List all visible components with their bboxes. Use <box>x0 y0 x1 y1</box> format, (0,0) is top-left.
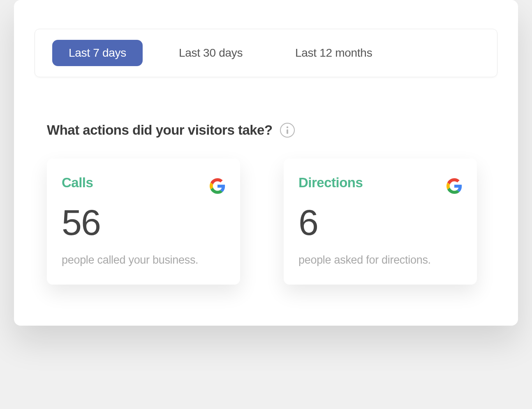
directions-card-title: Directions <box>298 175 363 191</box>
section-heading-row: What actions did your visitors take? <box>47 122 497 138</box>
calls-card-header: Calls <box>62 175 225 194</box>
tab-last-7-days[interactable]: Last 7 days <box>52 40 143 66</box>
directions-card-description: people asked for directions. <box>298 254 462 267</box>
dashboard-panel: Last 7 days Last 30 days Last 12 months … <box>14 0 518 326</box>
directions-card-value: 6 <box>298 204 462 241</box>
calls-card-title: Calls <box>62 175 93 191</box>
info-icon[interactable] <box>280 123 295 138</box>
svg-rect-1 <box>287 129 288 134</box>
time-range-tabs: Last 7 days Last 30 days Last 12 months <box>35 29 497 77</box>
google-icon <box>210 178 225 194</box>
svg-point-0 <box>286 126 288 128</box>
stat-cards-row: Calls 56 people called your business. Di… <box>47 159 497 285</box>
calls-card: Calls 56 people called your business. <box>47 159 240 285</box>
directions-card-header: Directions <box>298 175 462 194</box>
calls-card-description: people called your business. <box>62 254 225 267</box>
google-icon <box>446 178 462 194</box>
directions-card: Directions 6 people asked for directions… <box>284 159 477 285</box>
tab-last-12-months[interactable]: Last 12 months <box>279 40 389 66</box>
section-heading: What actions did your visitors take? <box>47 122 273 138</box>
calls-card-value: 56 <box>62 204 225 241</box>
tab-last-30-days[interactable]: Last 30 days <box>162 40 259 66</box>
